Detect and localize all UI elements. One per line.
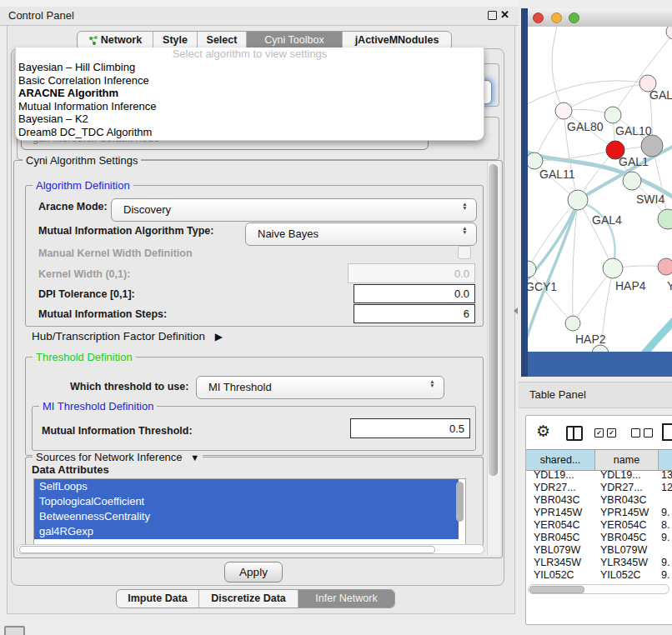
network-window-titlebar[interactable]: [528, 8, 672, 28]
popup-item[interactable]: Bayesian – K2: [16, 112, 484, 126]
table-hscrollbar-track[interactable]: [528, 584, 669, 594]
control-panel-titlebar: Control Panel ✕: [0, 7, 519, 26]
settings-group-title: Cyni Algorithm Settings: [23, 154, 141, 167]
which-threshold-combo[interactable]: MI Threshold ▴▾: [196, 376, 444, 399]
table-rows: YDL19...YDL19...13 YDR27...YDR27...12 YB…: [526, 469, 672, 580]
node-pink[interactable]: [658, 258, 672, 275]
node-gal10[interactable]: [604, 107, 621, 123]
mi-steps-field[interactable]: [354, 304, 475, 323]
apply-button[interactable]: Apply: [224, 562, 283, 582]
aracne-mode-combo[interactable]: Discovery ▴▾: [111, 198, 477, 222]
minimized-panel-button[interactable]: [4, 626, 25, 635]
node-label: GCY1: [528, 280, 557, 293]
tab-select[interactable]: Select: [197, 32, 246, 49]
tab-cyni-toolbox[interactable]: Cyni Toolbox: [246, 32, 342, 49]
dpi-tolerance-field[interactable]: [354, 284, 475, 303]
node-swi4[interactable]: [623, 172, 641, 190]
select-none-icon[interactable]: [631, 428, 653, 438]
float-window-icon[interactable]: [488, 11, 497, 20]
document-icon[interactable]: [662, 423, 672, 441]
node-gal11[interactable]: [528, 152, 543, 169]
mi-threshold-field[interactable]: [350, 418, 470, 438]
table-row[interactable]: YBR043CYBR043C: [526, 494, 672, 507]
network-view-canvas[interactable]: GAL GAL80 GAL10 GAL1 GAL11 SWI4 GAL4 GCY…: [528, 27, 672, 352]
manual-kernel-label: Manual Kernel Width Definition: [38, 248, 193, 259]
popup-item-selected[interactable]: ARACNE Algorithm: [16, 87, 484, 100]
popup-item[interactable]: Basic Correlation Inference: [16, 74, 484, 88]
mi-type-combo[interactable]: Naive Bayes ▴▾: [245, 222, 477, 246]
data-attributes-list: SelfLoops TopologicalCoefficient Between…: [33, 478, 466, 545]
aracne-mode-label: Aracne Mode:: [38, 201, 108, 212]
table-row[interactable]: YDL19...YDL19...13: [526, 469, 672, 482]
table-row[interactable]: YPR145WYPR145W9.: [526, 507, 672, 519]
node-label: GAL11: [539, 168, 575, 181]
collapse-right-icon[interactable]: ▶: [215, 331, 223, 342]
algorithm-popup: Select algorithm to view settings Bayesi…: [15, 48, 484, 141]
traffic-close-icon[interactable]: [533, 12, 544, 23]
close-icon[interactable]: ✕: [500, 8, 509, 21]
table-row[interactable]: YIL052CYIL052C9.: [526, 569, 672, 580]
list-item[interactable]: SelfLoops: [34, 479, 459, 494]
gear-icon[interactable]: ⚙: [536, 422, 550, 441]
bottom-tabbar: Impute Data Discretize Data Infer Networ…: [116, 589, 395, 608]
popup-item[interactable]: Dream8 DC_TDC Algorithm: [16, 126, 484, 139]
table-row[interactable]: YLR345WYLR345W9.: [526, 557, 672, 569]
popup-item[interactable]: Mutual Information Inference: [16, 100, 484, 113]
table-header: shared... name: [526, 449, 672, 471]
table-row[interactable]: YDR27...YDR27...12: [526, 482, 672, 494]
mi-threshold-group-title: MI Threshold Definition: [39, 400, 157, 412]
tab-style[interactable]: Style: [153, 32, 197, 49]
table-hscrollbar-thumb[interactable]: [529, 586, 584, 593]
chevron-updown-icon: ▴▾: [429, 379, 436, 388]
column-header[interactable]: shared...: [526, 450, 595, 470]
settings-scrollbar-thumb[interactable]: [489, 164, 498, 476]
network-window-border: [521, 8, 528, 377]
sources-title: Sources for Network Inference ▼: [33, 451, 203, 464]
node-partial-top[interactable]: [666, 27, 672, 39]
column-header[interactable]: name: [595, 450, 659, 470]
manual-kernel-checkbox[interactable]: [458, 246, 471, 259]
node-label: HAP2: [575, 332, 606, 346]
network-tab-icon: [88, 35, 98, 45]
popup-item[interactable]: Bayesian – Hill Climbing: [16, 61, 484, 74]
list-scrollbar-thumb[interactable]: [456, 482, 464, 522]
hub-definition-row[interactable]: Hub/Transcription Factor Definition ▶: [32, 330, 223, 342]
node-gcy1[interactable]: [528, 261, 536, 278]
table-panel-title: Table Panel: [529, 388, 586, 401]
node-gal4[interactable]: [568, 190, 588, 210]
mi-steps-label: Mutual Information Steps:: [38, 308, 167, 320]
list-item[interactable]: BetweennessCentrality: [34, 509, 459, 524]
splitter-grip[interactable]: [514, 308, 518, 314]
chevron-updown-icon: ▴▾: [461, 226, 469, 234]
node-green[interactable]: [658, 209, 672, 229]
traffic-zoom-icon[interactable]: [569, 12, 579, 23]
node-gal80[interactable]: [555, 102, 572, 119]
dpi-tolerance-label: DPI Tolerance [0,1]:: [38, 288, 135, 300]
tab-impute-data[interactable]: Impute Data: [117, 590, 198, 608]
node-gray[interactable]: [641, 135, 663, 157]
node-hap4[interactable]: [603, 258, 623, 278]
traffic-minimize-icon[interactable]: [551, 12, 562, 23]
node-partial-bottom[interactable]: [592, 345, 609, 352]
kernel-width-field[interactable]: [348, 263, 475, 283]
select-all-icon[interactable]: ✓✓: [594, 428, 616, 438]
mi-threshold-label: Mutual Information Threshold:: [42, 425, 193, 437]
threshold-definition-title: Threshold Definition: [33, 351, 136, 363]
table-row[interactable]: YBR045CYBR045C9.: [526, 532, 672, 544]
tab-discretize-data[interactable]: Discretize Data: [198, 590, 298, 608]
list-item[interactable]: gal4RGexp: [34, 524, 459, 539]
settings-hscrollbar-thumb[interactable]: [19, 546, 435, 553]
node-hap2[interactable]: [565, 316, 580, 331]
node-label: GAL1: [619, 155, 649, 168]
column-header[interactable]: [659, 450, 672, 470]
table-row[interactable]: YBL079WYBL079W: [526, 544, 672, 557]
expand-down-icon[interactable]: ▼: [190, 452, 199, 462]
settings-hscrollbar-track[interactable]: [17, 544, 484, 554]
split-columns-icon[interactable]: [566, 426, 583, 441]
table-row[interactable]: YER054CYER054C8.: [526, 519, 672, 532]
tab-network[interactable]: Network: [78, 32, 153, 49]
list-item[interactable]: TopologicalCoefficient: [34, 494, 459, 509]
tab-infer-network[interactable]: Infer Network: [298, 590, 394, 608]
popup-hint: Select algorithm to view settings: [16, 48, 484, 61]
tab-jactivemnodules[interactable]: jActiveMNodules: [342, 32, 451, 49]
